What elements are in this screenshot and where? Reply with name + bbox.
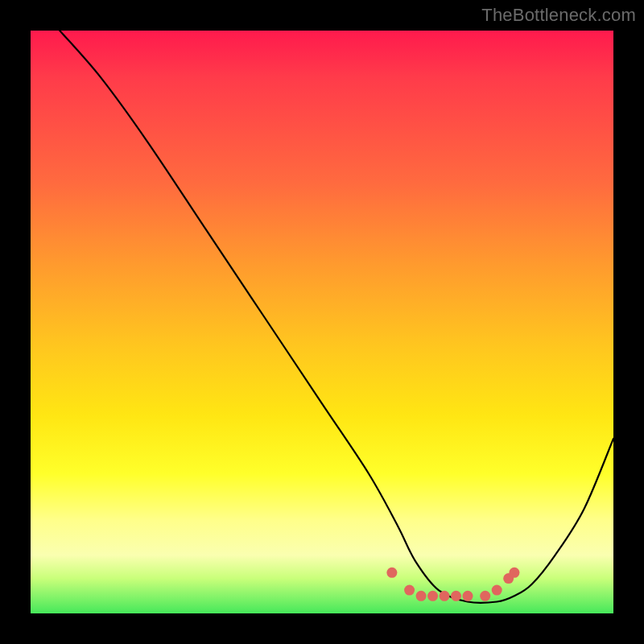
marker-dot xyxy=(509,568,519,578)
marker-dot xyxy=(440,591,450,601)
marker-dot xyxy=(503,573,514,584)
chart-svg xyxy=(31,31,613,613)
marker-dot xyxy=(427,591,438,601)
marker-dot xyxy=(492,585,502,596)
watermark-text: TheBottleneck.com xyxy=(481,5,636,26)
plot-area xyxy=(31,31,613,613)
bottleneck-curve xyxy=(60,31,613,603)
chart-frame: TheBottleneck.com xyxy=(0,0,644,644)
marker-dot xyxy=(463,591,473,601)
marker-dot xyxy=(404,585,415,596)
marker-dot xyxy=(416,591,427,601)
marker-dot xyxy=(386,568,397,578)
marker-dot xyxy=(480,591,490,601)
marker-dot xyxy=(451,591,461,601)
